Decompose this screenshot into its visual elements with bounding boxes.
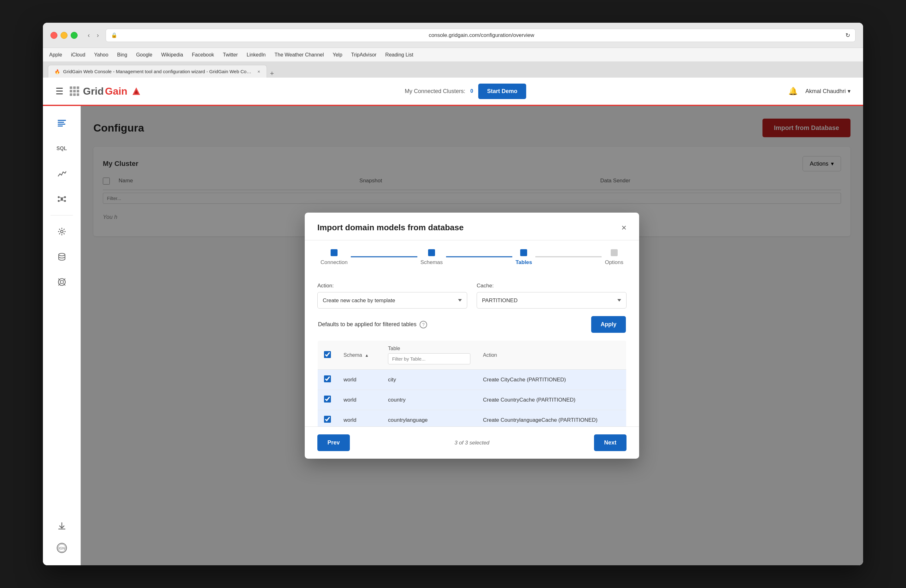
maximize-traffic-light[interactable] bbox=[71, 32, 78, 39]
prev-button[interactable]: Prev bbox=[317, 434, 350, 451]
bookmark-icloud[interactable]: iCloud bbox=[71, 52, 85, 58]
row-table-0: city bbox=[382, 370, 477, 390]
row-checkbox-0[interactable] bbox=[324, 375, 331, 382]
bookmark-yahoo[interactable]: Yahoo bbox=[94, 52, 108, 58]
sidebar-item-download[interactable] bbox=[51, 515, 73, 537]
settings-icon bbox=[57, 227, 66, 236]
cache-select[interactable]: PARTITIONED REPLICATED bbox=[477, 292, 627, 309]
sidebar-item-monitoring[interactable] bbox=[51, 163, 73, 185]
table-row: world city Create CityCache (PARTITIONED… bbox=[317, 370, 627, 390]
row-schema-1: world bbox=[337, 390, 382, 410]
reload-icon[interactable]: ↻ bbox=[845, 32, 850, 39]
header-right: 🔔 Akmal Chaudhri ▾ bbox=[788, 87, 850, 96]
step-label-schemas: Schemas bbox=[421, 259, 443, 266]
modal-close-button[interactable]: × bbox=[622, 223, 627, 232]
close-traffic-light[interactable] bbox=[51, 32, 57, 39]
sidebar-item-about[interactable]: IGN bbox=[51, 537, 73, 559]
databases-icon bbox=[57, 252, 66, 261]
bookmark-wikipedia[interactable]: Wikipedia bbox=[161, 52, 183, 58]
svg-point-18 bbox=[60, 280, 64, 284]
minimize-traffic-light[interactable] bbox=[61, 32, 67, 39]
sidebar-item-sql[interactable]: SQL bbox=[51, 137, 73, 159]
bookmark-apple[interactable]: Apple bbox=[49, 52, 62, 58]
sidebar-divider bbox=[51, 215, 73, 215]
app-header: ☰ GridGain My Connected Clusters: 0 Star… bbox=[43, 78, 863, 106]
svg-rect-5 bbox=[58, 126, 63, 126]
modal-overlay: Import domain models from database × Con… bbox=[81, 106, 863, 565]
sidebar-item-configuration[interactable] bbox=[51, 112, 73, 134]
bookmark-linkedin[interactable]: LinkedIn bbox=[247, 52, 266, 58]
svg-line-12 bbox=[62, 197, 64, 198]
bookmark-bing[interactable]: Bing bbox=[117, 52, 127, 58]
import-modal: Import domain models from database × Con… bbox=[305, 213, 639, 459]
address-bar[interactable]: 🔒 console.gridgain.com/configuration/ove… bbox=[106, 29, 855, 42]
bell-icon[interactable]: 🔔 bbox=[788, 87, 798, 96]
svg-line-13 bbox=[60, 200, 62, 201]
action-select[interactable]: Create new cache by template Update exis… bbox=[317, 292, 467, 309]
row-table-2: countrylanguage bbox=[382, 410, 477, 427]
sidebar-item-databases[interactable] bbox=[51, 246, 73, 268]
svg-point-6 bbox=[61, 198, 63, 200]
bookmark-facebook[interactable]: Facebook bbox=[192, 52, 214, 58]
start-demo-button[interactable]: Start Demo bbox=[478, 84, 526, 99]
user-menu[interactable]: Akmal Chaudhri ▾ bbox=[806, 88, 850, 95]
new-tab-button[interactable]: + bbox=[270, 69, 274, 78]
sidebar-item-settings[interactable] bbox=[51, 220, 73, 242]
bookmarks-bar: Apple iCloud Yahoo Bing Google Wikipedia… bbox=[43, 48, 863, 62]
bookmark-twitter[interactable]: Twitter bbox=[223, 52, 238, 58]
help-icon[interactable]: ? bbox=[420, 321, 427, 328]
svg-point-10 bbox=[64, 200, 66, 202]
traffic-lights bbox=[51, 32, 78, 39]
sidebar: SQL bbox=[43, 106, 81, 565]
logo-gain-text: Gain bbox=[105, 86, 128, 97]
app-content: ☰ GridGain My Connected Clusters: 0 Star… bbox=[43, 78, 863, 565]
bookmark-yelp[interactable]: Yelp bbox=[332, 52, 342, 58]
modal-table: Schema ▲ Table Action bbox=[317, 340, 627, 427]
hamburger-button[interactable]: ☰ bbox=[56, 86, 64, 97]
select-all-table-checkbox[interactable] bbox=[324, 351, 331, 358]
bookmark-tripadvisor[interactable]: TripAdvisor bbox=[351, 52, 376, 58]
bookmark-readinglist[interactable]: Reading List bbox=[385, 52, 413, 58]
monitoring-icon bbox=[57, 169, 66, 178]
clusters-icon bbox=[57, 194, 66, 204]
user-chevron-icon: ▾ bbox=[848, 88, 850, 95]
row-checkbox-2[interactable] bbox=[324, 416, 331, 423]
browser-window: ‹ › 🔒 console.gridgain.com/configuration… bbox=[43, 23, 863, 565]
form-group-cache: Cache: PARTITIONED REPLICATED bbox=[477, 283, 627, 309]
header-center: My Connected Clusters: 0 Start Demo bbox=[143, 84, 788, 99]
row-checkbox-1[interactable] bbox=[324, 395, 331, 403]
grid-icon bbox=[70, 86, 79, 96]
svg-point-7 bbox=[58, 196, 60, 198]
row-table-1: country bbox=[382, 390, 477, 410]
form-row-selects: Action: Create new cache by template Upd… bbox=[317, 283, 627, 309]
sidebar-item-clusters[interactable] bbox=[51, 188, 73, 210]
apply-button[interactable]: Apply bbox=[591, 316, 626, 333]
step-label-connection: Connection bbox=[321, 259, 348, 266]
browser-tab[interactable]: 🔥 GridGain Web Console - Management tool… bbox=[48, 65, 267, 78]
nav-buttons: ‹ › bbox=[85, 30, 101, 40]
sidebar-item-support[interactable] bbox=[51, 271, 73, 293]
table-body: world city Create CityCache (PARTITIONED… bbox=[317, 370, 627, 427]
bookmark-weather[interactable]: The Weather Channel bbox=[274, 52, 324, 58]
app-body: SQL bbox=[43, 106, 863, 565]
bookmark-google[interactable]: Google bbox=[136, 52, 152, 58]
app-logo: GridGain bbox=[70, 85, 143, 97]
th-schema: Schema ▲ bbox=[337, 341, 382, 370]
table-row: world countrylanguage Create Countrylang… bbox=[317, 410, 627, 427]
cluster-count-badge: 0 bbox=[471, 88, 473, 94]
svg-rect-2 bbox=[58, 120, 66, 121]
forward-button[interactable]: › bbox=[94, 30, 102, 40]
defaults-row: Defaults to be applied for filtered tabl… bbox=[317, 316, 627, 333]
sort-schema-icon[interactable]: ▲ bbox=[365, 353, 369, 358]
row-action-2: Create CountrylanguageCache (PARTITIONED… bbox=[477, 410, 626, 427]
tab-bar: 🔥 GridGain Web Console - Management tool… bbox=[43, 62, 863, 78]
step-dot-options bbox=[611, 249, 618, 256]
modal-header: Import domain models from database × bbox=[305, 213, 639, 241]
back-button[interactable]: ‹ bbox=[85, 30, 93, 40]
svg-rect-4 bbox=[58, 124, 65, 124]
svg-line-11 bbox=[60, 197, 62, 198]
next-button[interactable]: Next bbox=[594, 434, 627, 451]
browser-titlebar: ‹ › 🔒 console.gridgain.com/configuration… bbox=[43, 23, 863, 48]
filter-table-input[interactable] bbox=[388, 353, 471, 364]
sql-text-icon: SQL bbox=[56, 146, 67, 151]
